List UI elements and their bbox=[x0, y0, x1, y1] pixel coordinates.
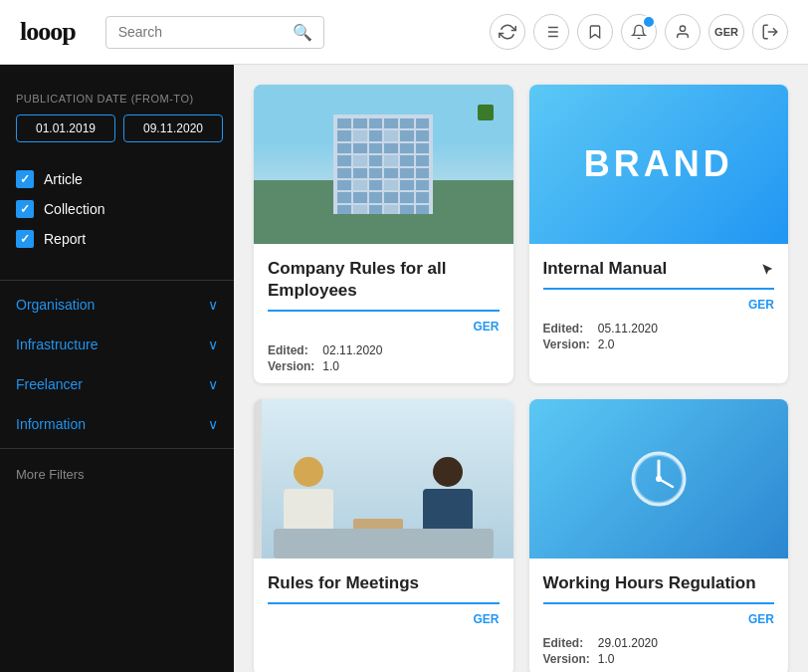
language-button[interactable]: GER bbox=[708, 14, 744, 50]
card-body: Rules for Meetings GER bbox=[254, 559, 513, 646]
card-clock-image bbox=[529, 399, 789, 559]
card-body: Internal Manual GER Edited: 05.11.2020 V… bbox=[529, 244, 789, 361]
card-brand-image: BRAND bbox=[529, 85, 789, 244]
date-range bbox=[16, 114, 218, 142]
card-lang: GER bbox=[543, 298, 775, 312]
card-lang: GER bbox=[543, 612, 775, 626]
sidebar-item-information[interactable]: Information ∨ bbox=[0, 404, 234, 444]
brand-text: BRAND bbox=[584, 143, 733, 185]
card-company-rules[interactable]: Company Rules for all Employees GER Edit… bbox=[254, 85, 513, 383]
clock-icon bbox=[629, 449, 689, 509]
card-rules-meetings[interactable]: Rules for Meetings GER bbox=[254, 399, 513, 672]
freelancer-label: Freelancer bbox=[16, 376, 83, 392]
card-working-hours[interactable]: Working Hours Regulation GER Edited: 29.… bbox=[529, 399, 789, 672]
version-label: Version: bbox=[268, 359, 314, 373]
sidebar-item-organisation[interactable]: Organisation ∨ bbox=[0, 285, 234, 325]
app-header: looop 🔍 bbox=[0, 0, 808, 65]
card-title: Working Hours Regulation bbox=[543, 572, 775, 594]
date-from-input[interactable] bbox=[16, 114, 115, 142]
date-filter-label: Publication Date (from-to) bbox=[16, 93, 218, 105]
filter-article[interactable]: Article bbox=[16, 170, 218, 188]
card-lang: GER bbox=[268, 612, 500, 626]
sidebar-item-freelancer[interactable]: Freelancer ∨ bbox=[0, 364, 234, 404]
chevron-down-icon: ∨ bbox=[208, 376, 218, 392]
edited-value: 05.11.2020 bbox=[598, 322, 774, 336]
svg-point-6 bbox=[680, 26, 685, 31]
collection-checkbox[interactable] bbox=[16, 200, 34, 218]
bookmark-button[interactable] bbox=[577, 14, 613, 50]
card-lang: GER bbox=[268, 320, 500, 334]
edited-value: 02.11.2020 bbox=[322, 343, 499, 357]
version-value: 1.0 bbox=[322, 359, 499, 373]
card-internal-manual[interactable]: BRAND Internal Manual GER Edited: 05.1 bbox=[529, 85, 789, 383]
svg-point-12 bbox=[656, 476, 662, 482]
card-body: Working Hours Regulation GER Edited: 29.… bbox=[529, 559, 789, 672]
card-title: Rules for Meetings bbox=[268, 572, 500, 594]
search-button[interactable]: 🔍 bbox=[293, 23, 312, 42]
report-checkbox[interactable] bbox=[16, 230, 34, 248]
card-title: Internal Manual bbox=[543, 258, 775, 280]
more-filters-button[interactable]: More Filters bbox=[0, 453, 234, 496]
card-meta: Edited: 05.11.2020 Version: 2.0 bbox=[543, 322, 775, 351]
version-value: 1.0 bbox=[598, 652, 774, 666]
date-filter-section: Publication Date (from-to) bbox=[0, 81, 234, 162]
edited-label: Edited: bbox=[543, 636, 590, 650]
edited-value: 29.01.2020 bbox=[598, 636, 774, 650]
search-bar[interactable]: 🔍 bbox=[105, 16, 324, 49]
report-label: Report bbox=[44, 231, 86, 247]
organisation-label: Organisation bbox=[16, 297, 95, 313]
card-title: Company Rules for all Employees bbox=[268, 258, 500, 302]
date-to-input[interactable] bbox=[123, 114, 223, 142]
information-label: Information bbox=[16, 416, 86, 432]
notification-button[interactable] bbox=[621, 14, 657, 50]
version-label: Version: bbox=[543, 337, 590, 351]
article-checkbox[interactable] bbox=[16, 170, 34, 188]
sidebar-item-infrastructure[interactable]: Infrastructure ∨ bbox=[0, 325, 234, 364]
version-value: 2.0 bbox=[598, 337, 774, 351]
card-meta: Edited: 02.11.2020 Version: 1.0 bbox=[268, 343, 500, 373]
chevron-down-icon: ∨ bbox=[208, 416, 218, 432]
refresh-button[interactable] bbox=[490, 14, 525, 50]
infrastructure-label: Infrastructure bbox=[16, 336, 98, 352]
sidebar: Publication Date (from-to) Article Colle… bbox=[0, 65, 234, 672]
filter-collection[interactable]: Collection bbox=[16, 200, 218, 218]
cards-grid: Company Rules for all Employees GER Edit… bbox=[254, 85, 788, 672]
content-area: Company Rules for all Employees GER Edit… bbox=[234, 65, 808, 672]
card-meta: Edited: 29.01.2020 Version: 1.0 bbox=[543, 636, 775, 666]
chevron-down-icon: ∨ bbox=[208, 336, 218, 352]
user-button[interactable] bbox=[665, 14, 701, 50]
list-button[interactable] bbox=[533, 14, 569, 50]
header-actions: GER bbox=[490, 14, 788, 50]
filter-report[interactable]: Report bbox=[16, 230, 218, 248]
edited-label: Edited: bbox=[268, 343, 314, 357]
collection-label: Collection bbox=[44, 201, 104, 217]
edited-label: Edited: bbox=[543, 322, 590, 336]
search-input[interactable] bbox=[118, 24, 293, 40]
card-building-image bbox=[254, 85, 513, 244]
card-body: Company Rules for all Employees GER Edit… bbox=[254, 244, 513, 383]
logout-button[interactable] bbox=[752, 14, 788, 50]
card-meeting-image bbox=[254, 399, 513, 559]
version-label: Version: bbox=[543, 652, 590, 666]
app-logo: looop bbox=[20, 17, 76, 47]
chevron-down-icon: ∨ bbox=[208, 297, 218, 313]
main-layout: Publication Date (from-to) Article Colle… bbox=[0, 65, 808, 672]
type-filter-group: Article Collection Report bbox=[0, 162, 234, 276]
cursor-icon bbox=[760, 262, 774, 276]
article-label: Article bbox=[44, 171, 83, 187]
